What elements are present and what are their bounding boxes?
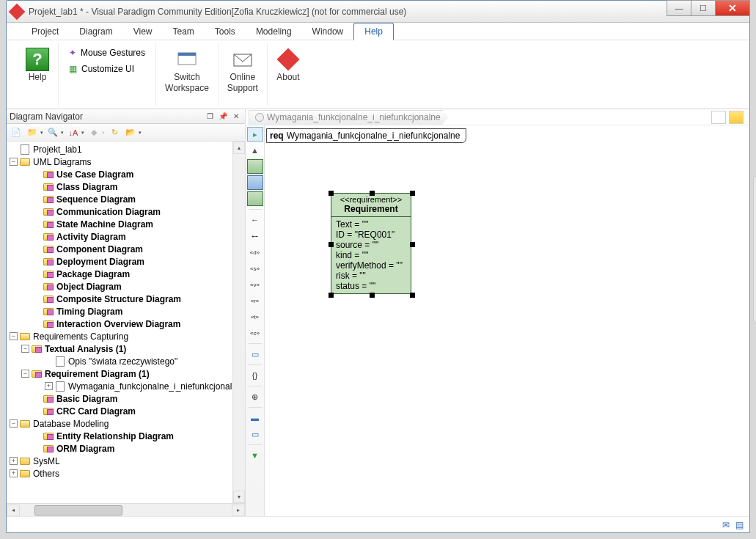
customize-ui-button[interactable]: ▦ Customize UI [66,62,137,76]
connector-tool[interactable]: ← [247,213,263,227]
tree-uml[interactable]: −UML Diagrams [7,155,245,168]
tree-reqdiag-child[interactable]: +Wymagania_funkcjonalne_i_niefunkcjonaln… [7,380,245,392]
tree-crc[interactable]: CRC Card Diagram [7,405,245,417]
layers-icon[interactable] [729,111,744,124]
tree-textual[interactable]: −Textual Analysis (1) [7,342,245,355]
expand-icon[interactable] [33,245,41,253]
expand-icon[interactable]: − [10,419,18,428]
up-icon[interactable]: ◆ [87,126,100,139]
breadcrumb-segment[interactable]: Wymagania_funkcjonalne_i_niefunkcjonalne [249,110,449,125]
layout-icon[interactable] [711,111,726,124]
expand-icon[interactable] [33,282,41,290]
expand-icon[interactable] [33,307,41,315]
note-status-icon[interactable]: ▤ [735,520,744,530]
maximize-button[interactable]: ☐ [691,0,716,16]
derive-tool[interactable]: «d» [247,245,263,260]
expand-icon[interactable]: + [45,382,53,390]
selection-handle[interactable] [329,191,334,196]
expand-icon[interactable] [10,145,18,153]
scroll-left-icon[interactable]: ◂ [7,505,20,516]
verify-tool[interactable]: «v» [247,277,263,292]
tree-uml-item-1[interactable]: Class Diagram [7,180,245,193]
folder-icon[interactable]: 📁 [26,126,39,139]
expand-icon[interactable]: − [10,332,18,340]
satisfy-tool[interactable]: «s» [247,261,263,276]
scroll-thumb[interactable] [34,505,122,516]
selection-handle[interactable] [410,191,415,196]
frame-tool[interactable]: ▭ [247,427,263,441]
menu-view[interactable]: View [123,23,163,40]
dash-connector-tool[interactable]: ⤌ [247,229,263,243]
tree-others[interactable]: +Others [7,467,245,480]
outer-scrollbar[interactable] [753,176,756,323]
vertical-scrollbar[interactable]: ▴▾ [232,142,245,503]
expand-icon[interactable] [33,444,41,452]
tree-uml-item-11[interactable]: Timing Diagram [7,305,245,318]
refine-tool[interactable]: «r» [247,293,263,308]
selection-handle[interactable] [410,293,415,298]
about-button[interactable]: About [268,43,309,106]
tree-uml-item-5[interactable]: Activity Diagram [7,230,245,243]
selection-handle[interactable] [329,242,334,247]
sort-icon[interactable]: ↓A [67,126,80,139]
tree-uml-item-2[interactable]: Sequence Diagram [7,193,245,205]
restore-icon[interactable]: ❐ [204,111,216,122]
expand-icon[interactable] [33,295,41,303]
expand-icon[interactable]: + [10,469,18,477]
menu-help[interactable]: Help [353,23,394,40]
expand-icon[interactable] [33,232,41,241]
tree-sysml[interactable]: +SysML [7,455,245,467]
copy-tool[interactable]: «c» [247,326,263,340]
tree-uml-item-4[interactable]: State Machine Diagram [7,218,245,230]
trace-tool[interactable]: «t» [247,309,263,324]
tree-uml-item-0[interactable]: Use Case Diagram [7,168,245,180]
diagram-frame-tab[interactable]: req Wymagania_funkcjonalne_i_niefunkcjon… [266,128,466,143]
expand-icon[interactable]: − [21,370,29,378]
navigator-tree[interactable]: Projekt_lab1−UML DiagramsUse Case Diagra… [7,142,245,503]
switch-workspace-button[interactable]: Switch Workspace [156,43,219,106]
selection-handle[interactable] [370,191,375,196]
tree-uml-item-12[interactable]: Interaction Overview Diagram [7,318,245,330]
tree-uml-item-6[interactable]: Component Diagram [7,243,245,255]
tree-textual-child[interactable]: Opis "świata rzeczywistego" [7,355,245,367]
model-tool[interactable] [247,191,263,206]
scroll-down-icon[interactable]: ▾ [233,491,245,503]
cursor-tool[interactable]: ▸ [247,127,263,142]
tree-project[interactable]: Projekt_lab1 [7,143,245,155]
scroll-right-icon[interactable]: ▸ [232,505,245,516]
tree-uml-item-8[interactable]: Package Diagram [7,268,245,280]
expand-icon[interactable]: − [21,345,29,353]
ribbon-help[interactable]: ? Help [17,43,59,106]
tree-reqdiag[interactable]: −Requirement Diagram (1) [7,367,245,380]
online-support-button[interactable]: Online Support [219,43,268,106]
tree-uml-item-10[interactable]: Composite Structure Diagram [7,293,245,305]
menu-tools[interactable]: Tools [205,23,246,40]
scroll-up-icon[interactable]: ▴ [233,142,245,154]
package-tool[interactable]: ▬ [247,411,263,425]
expand-icon[interactable] [33,395,41,403]
selection-handle[interactable] [329,293,334,298]
menu-project[interactable]: Project [21,23,69,40]
expand-icon[interactable] [33,183,41,191]
expand-icon[interactable] [33,170,41,178]
expand-icon[interactable] [45,357,53,365]
open-folder-icon[interactable]: 📂 [124,126,137,139]
tree-uml-item-9[interactable]: Object Diagram [7,280,245,293]
panel-close-icon[interactable]: ✕ [230,111,242,122]
tree-basic[interactable]: Basic Diagram [7,392,245,405]
more-down-icon[interactable]: ▼ [247,448,263,463]
tree-uml-item-7[interactable]: Deployment Diagram [7,255,245,268]
tree-req[interactable]: −Requirements Capturing [7,330,245,342]
menu-diagram[interactable]: Diagram [69,23,122,40]
testcase-tool[interactable] [247,175,263,190]
minimize-button[interactable]: — [667,0,691,16]
requirement-shape[interactable]: <<requirement>> Requirement Text = ""ID … [331,193,411,294]
selection-handle[interactable] [370,293,375,298]
expand-icon[interactable] [33,270,41,278]
tree-erd[interactable]: Entity Relationship Diagram [7,430,245,442]
anchor-tool[interactable]: ⊕ [247,389,263,404]
tree-db[interactable]: −Database Modeling [7,417,245,430]
mail-icon[interactable]: ✉ [722,520,730,530]
expand-icon[interactable] [33,208,41,216]
note-tool[interactable]: ▭ [247,347,263,362]
